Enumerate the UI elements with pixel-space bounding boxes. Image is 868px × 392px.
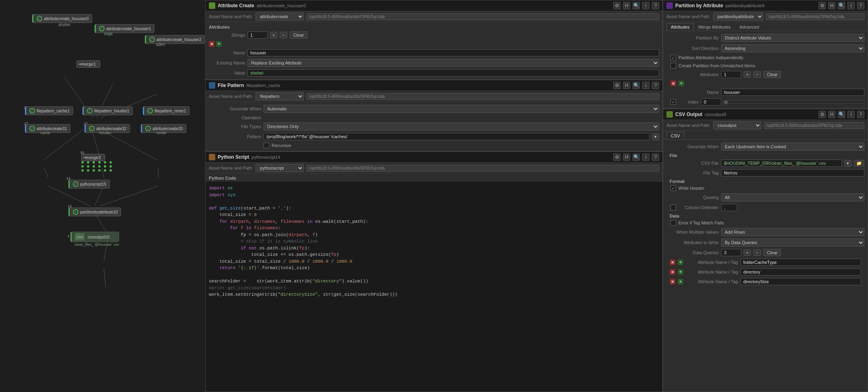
- py-asset-path[interactable]: [306, 165, 659, 172]
- fp-filetypes-select[interactable]: Directories Only: [264, 122, 659, 131]
- node-csvoutput10[interactable]: CSV csvoutput10: [70, 232, 119, 242]
- csv-filetag-input[interactable]: [721, 169, 864, 176]
- ac-plus-btn[interactable]: +: [216, 41, 222, 47]
- csv-coldelim-input[interactable]: [721, 204, 737, 211]
- csv-whenmultiple-select[interactable]: Add Rows: [721, 228, 864, 236]
- fp-recursive-check[interactable]: [264, 143, 269, 148]
- node-filepattern-houdini[interactable]: ✓ filepattern_houdini1: [82, 106, 133, 115]
- csv-coldelim-check[interactable]: [670, 205, 676, 210]
- node-attributecreate2[interactable]: ✓ attributecreate_houuser2: [145, 35, 205, 44]
- csv-generate-select[interactable]: Each Upstream Item is Cooked: [721, 143, 864, 151]
- csv-gear-btn[interactable]: ⚙: [819, 111, 826, 118]
- csv-search-btn[interactable]: 🔍: [838, 111, 845, 118]
- py-search-btn[interactable]: 🔍: [633, 153, 640, 161]
- ac-info-btn[interactable]: i: [642, 2, 649, 9]
- csv-q1-x[interactable]: ✕: [670, 259, 675, 265]
- fp-search-btn[interactable]: 🔍: [633, 82, 640, 89]
- fp-generate-select[interactable]: Automatic: [264, 105, 659, 113]
- ac-value-input[interactable]: [247, 69, 659, 77]
- py-code-area[interactable]: import os import sys def get_size(start_…: [206, 182, 662, 392]
- pba-partition-by-select[interactable]: Distinct Attribute Values: [721, 34, 864, 42]
- ac-search-btn[interactable]: 🔍: [633, 2, 640, 9]
- node-pythonscript15[interactable]: ✓ pythonscript15: [68, 180, 110, 189]
- pba-index-check[interactable]: ✓: [670, 99, 676, 105]
- pba-index-slider[interactable]: [724, 101, 864, 103]
- py-info-btn[interactable]: i: [642, 153, 649, 161]
- csv-dataqueries-input[interactable]: [721, 249, 741, 256]
- ac-x-btn[interactable]: ✕: [209, 41, 214, 47]
- ac-existing-select[interactable]: Replace Existing Attribute: [247, 59, 659, 67]
- pba-info-btn[interactable]: i: [847, 2, 855, 9]
- csv-attrswrite-select[interactable]: By Data Queries: [721, 239, 864, 247]
- pba-index-input[interactable]: [701, 98, 721, 106]
- csv-errortag-check[interactable]: [670, 220, 676, 226]
- ac-strings-minus[interactable]: −: [280, 32, 287, 38]
- csv-q1-input[interactable]: [740, 259, 861, 266]
- pba-attrs-minus[interactable]: −: [753, 71, 761, 78]
- csv-q3-x[interactable]: ✕: [670, 279, 675, 284]
- csv-asset-path[interactable]: [764, 122, 864, 129]
- fp-pattern-browse[interactable]: ▾: [652, 133, 659, 140]
- fp-info-btn[interactable]: i: [642, 82, 649, 89]
- fp-house-btn[interactable]: H: [623, 82, 630, 89]
- csv-file-folder[interactable]: 📁: [854, 160, 864, 167]
- csv-q2-plus[interactable]: +: [678, 269, 683, 275]
- tab-pba-merge[interactable]: Merge Attributes: [694, 23, 735, 31]
- ac-house-btn[interactable]: H: [623, 2, 630, 9]
- node-pba10[interactable]: ✓ partitionbyattribute10: [68, 207, 121, 216]
- csv-file-input[interactable]: [721, 160, 842, 167]
- ac-name-input[interactable]: [247, 49, 659, 56]
- ac-clear-btn[interactable]: Clear: [290, 31, 307, 39]
- pba-plus-btn[interactable]: +: [678, 81, 684, 86]
- node-filepattern-cache[interactable]: ✓ filepattern_cache1: [25, 106, 73, 115]
- pba-search-btn[interactable]: 🔍: [838, 2, 845, 9]
- pba-gear-btn[interactable]: ⚙: [819, 2, 826, 9]
- ac-asset-name-select[interactable]: attributecreate: [256, 12, 304, 21]
- csv-q3-input[interactable]: [740, 278, 861, 285]
- pba-house-btn[interactable]: H: [828, 2, 835, 9]
- pba-asset-path[interactable]: [766, 13, 864, 20]
- py-question-btn[interactable]: ?: [652, 153, 659, 161]
- csv-info-btn[interactable]: i: [847, 111, 855, 118]
- tab-pba-advanced[interactable]: Advanced: [735, 23, 764, 31]
- py-asset-name-select[interactable]: pythonscript: [256, 164, 304, 172]
- pba-asset-select[interactable]: partitionbyattribute: [713, 12, 763, 21]
- ac-strings-plus[interactable]: +: [270, 32, 277, 38]
- csv-asset-select[interactable]: csvoutput: [713, 121, 761, 129]
- fp-question-btn[interactable]: ?: [652, 82, 659, 89]
- tab-pba-attributes[interactable]: Attributes: [666, 23, 694, 31]
- ac-gear-btn[interactable]: ⚙: [613, 2, 621, 9]
- ac-question-btn[interactable]: ?: [652, 2, 659, 9]
- py-house-btn[interactable]: H: [623, 153, 630, 161]
- fp-gear-btn[interactable]: ⚙: [613, 82, 621, 89]
- pba-attrs-plus[interactable]: +: [744, 71, 751, 78]
- csv-house-btn[interactable]: H: [828, 111, 835, 118]
- fp-asset-path[interactable]: [306, 93, 659, 100]
- csv-file-browse[interactable]: ▾: [844, 160, 852, 167]
- pba-independently-check[interactable]: ✓: [670, 55, 676, 60]
- csv-q2-x[interactable]: ✕: [670, 269, 675, 275]
- fp-pattern-input[interactable]: [264, 133, 649, 140]
- pba-create-check[interactable]: [670, 63, 676, 68]
- pba-attrs-input[interactable]: [721, 71, 741, 78]
- csv-question-btn[interactable]: ?: [857, 111, 864, 118]
- fp-asset-name-select[interactable]: filepattern: [256, 92, 304, 100]
- pba-question-btn[interactable]: ?: [857, 2, 864, 9]
- pba-clear-btn[interactable]: Clear: [763, 71, 781, 78]
- node-filepattern-rener[interactable]: ✓ filepattern_rener1: [143, 106, 190, 115]
- ac-asset-path[interactable]: [306, 13, 659, 20]
- csv-dq-minus[interactable]: −: [753, 249, 761, 256]
- csv-quoting-select[interactable]: All: [721, 193, 864, 201]
- csv-dq-clear[interactable]: Clear: [763, 249, 781, 256]
- py-gear-btn[interactable]: ⚙: [613, 153, 621, 161]
- tab-csv[interactable]: CSV: [666, 132, 685, 139]
- pba-sort-dir-select[interactable]: Ascending: [721, 44, 864, 52]
- csv-q1-plus[interactable]: +: [678, 259, 683, 265]
- ac-strings-input[interactable]: [247, 31, 268, 39]
- csv-writeheader-check[interactable]: ✓: [670, 185, 676, 191]
- csv-dq-plus[interactable]: +: [744, 249, 751, 256]
- node-attributecreate0[interactable]: ✓ attributecreate_houuser0: [32, 14, 92, 23]
- csv-q3-plus[interactable]: +: [678, 279, 683, 284]
- pba-name-input[interactable]: [721, 89, 864, 96]
- csv-q2-input[interactable]: [740, 268, 861, 276]
